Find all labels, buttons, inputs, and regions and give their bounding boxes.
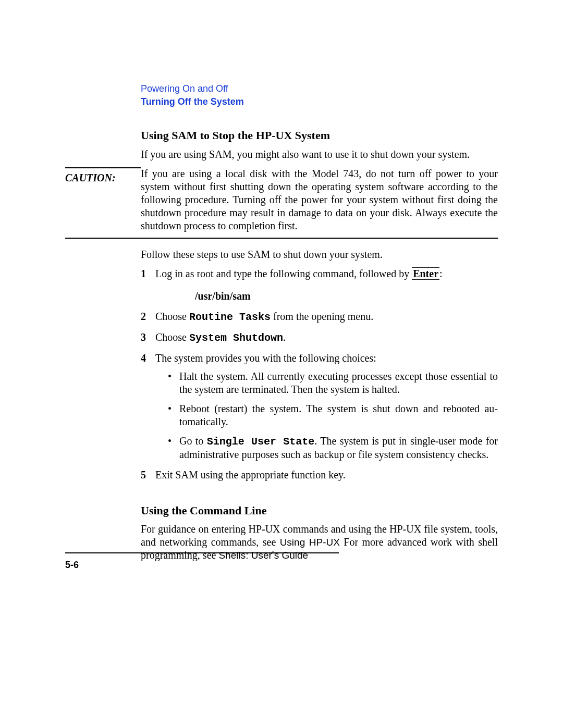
caution-label: CAUTION: bbox=[65, 171, 141, 184]
step-1-post: : bbox=[439, 268, 443, 279]
routine-tasks-cmd: Routine Tasks bbox=[189, 311, 271, 323]
ref-shells-guide-a: Shells: User bbox=[218, 550, 272, 561]
bullet-reboot: Reboot (restart) the system. The system … bbox=[166, 402, 498, 428]
bullet-single-user: Go to Single User State. The system is p… bbox=[166, 435, 498, 461]
ref-using-hpux: Using HP-UX bbox=[280, 537, 340, 548]
enter-key: Enter bbox=[412, 267, 439, 280]
header-section: Turning Off the System bbox=[141, 96, 498, 107]
footer-rule bbox=[65, 552, 339, 553]
section-heading-sam: Using SAM to Stop the HP-UX System bbox=[141, 128, 498, 143]
step-4-text: The system provides you with the followi… bbox=[155, 352, 376, 364]
ref-shells-guide-b: s Guide bbox=[274, 550, 308, 561]
step-3-pre: Choose bbox=[155, 331, 189, 343]
bullet-3-pre: Go to bbox=[179, 435, 207, 447]
running-header: Powering On and Off Turning Off the Syst… bbox=[141, 83, 498, 107]
step-1-pre: Log in as root and type the following co… bbox=[155, 268, 412, 279]
step-3-post: . bbox=[283, 331, 286, 343]
command-sam: /usr/bin/sam bbox=[195, 290, 498, 303]
caution-bottom-rule bbox=[65, 238, 498, 239]
intro-paragraph: If you are using SAM, you might also wan… bbox=[141, 148, 498, 161]
system-shutdown-cmd: System Shutdown bbox=[189, 332, 283, 344]
step-2: Choose Routine Tasks from the opening me… bbox=[141, 310, 498, 324]
step-1: Log in as root and type the following co… bbox=[141, 267, 498, 303]
body-column: Using SAM to Stop the HP-UX System If yo… bbox=[141, 128, 498, 562]
page-number: 5-6 bbox=[65, 560, 79, 571]
single-user-state-cmd: Single User State bbox=[207, 436, 315, 448]
step-2-pre: Choose bbox=[155, 311, 189, 322]
caution-top-rule bbox=[65, 167, 141, 168]
step-2-post: from the opening menu. bbox=[271, 311, 373, 322]
caution-block: CAUTION: If you are using a local disk w… bbox=[65, 167, 498, 239]
bullet-halt: Halt the system. All currently executing… bbox=[166, 370, 498, 396]
cmdline-paragraph: For guidance on entering HP-UX commands … bbox=[141, 523, 498, 562]
step-4-bullets: Halt the system. All currently executing… bbox=[166, 370, 498, 461]
follow-steps-text: Follow these steps to use SAM to shut do… bbox=[141, 248, 498, 261]
step-3: Choose System Shutdown. bbox=[141, 331, 498, 344]
header-chapter: Powering On and Off bbox=[141, 83, 498, 94]
section-heading-cmdline: Using the Command Line bbox=[141, 503, 498, 518]
document-page: Powering On and Off Turning Off the Syst… bbox=[0, 0, 563, 728]
step-5: Exit SAM using the appropriate function … bbox=[141, 468, 498, 482]
step-4: The system provides you with the followi… bbox=[141, 352, 498, 461]
caution-text: If you are using a local disk with the M… bbox=[141, 168, 498, 231]
steps-list: Log in as root and type the following co… bbox=[141, 267, 498, 482]
